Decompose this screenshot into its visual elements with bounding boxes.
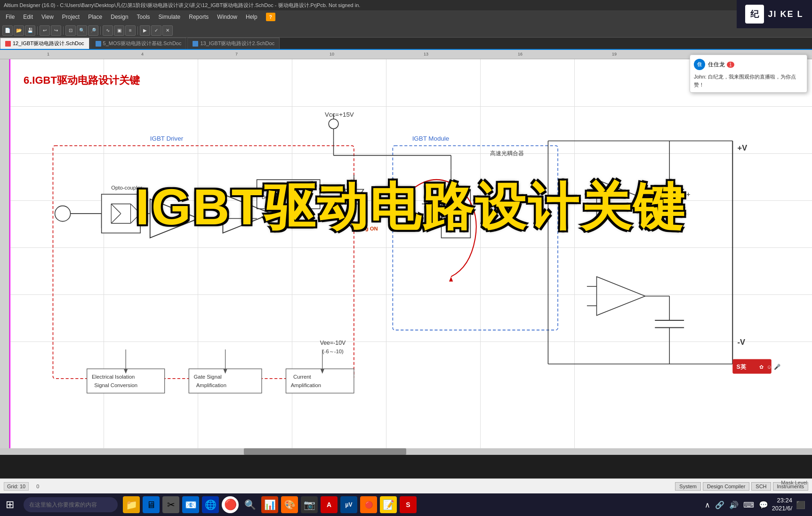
toolbar-btn-wire[interactable]: ∿ [103,25,113,36]
tray-show-desktop[interactable]: ⬛ [795,500,806,510]
taskbar-email[interactable]: 📧 [182,496,199,513]
ruler-mark-2: 4 [141,52,144,56]
toolbar-btn-zoom-fit[interactable]: ⊡ [65,25,76,36]
toolbar-sep3 [100,26,101,35]
vertical-line [9,59,10,455]
svg-text:Gate Signal: Gate Signal [194,374,222,380]
clock: 23:24 2021/6/ [772,497,792,513]
svg-text:Signal Conversion: Signal Conversion [94,382,137,388]
tray-volume[interactable]: 🔊 [728,500,740,510]
toolbar-btn-zoom-in[interactable]: 🔍 [77,25,87,36]
toolbar-btn-new[interactable]: 📄 [2,25,13,36]
status-system-btn[interactable]: System [675,482,701,491]
toolbar: 📄 📂 💾 ↩ ↪ ⊡ 🔍 🔎 ∿ ▣ ≡ ▶ ✓ ✕ [0,24,812,38]
taskbar-altium[interactable]: A [321,496,338,513]
svg-text:S英: S英 [737,364,747,370]
tab-label-1: 5_MOS驱动电路设计基础.SchDoc [103,40,182,47]
menu-simulate[interactable]: Simulate [155,13,185,21]
taskbar-notepad[interactable]: 📝 [380,496,397,513]
toolbar-sep2 [63,26,64,35]
tab-label-0: 12_IGBT驱动电路设计.SchDoc [13,40,84,47]
svg-text:Vee=-10V: Vee=-10V [320,340,346,346]
tab-icon-1 [96,41,101,47]
clock-date: 2021/6/ [772,505,792,513]
scrollbar-thumb[interactable] [244,448,406,455]
tab-bar: 12_IGBT驱动电路设计.SchDoc 5_MOS驱动电路设计基础.SchDo… [0,38,812,50]
taskbar-file-explorer[interactable]: 📁 [123,496,140,513]
taskbar-orange-app[interactable]: 🔴 [360,496,377,513]
toolbar-btn-save[interactable]: 💾 [25,25,35,36]
menu-project[interactable]: Project [58,13,83,21]
taskbar-red-app[interactable]: S [400,496,417,513]
taskbar-search[interactable] [24,497,118,512]
tray-keyboard[interactable]: ⌨ [742,500,755,510]
horizontal-scrollbar[interactable] [0,448,812,455]
taskbar-scissors[interactable]: ✂ [162,496,179,513]
taskbar-monitor[interactable]: 🖥 [143,496,160,513]
tray-up-arrow[interactable]: ∧ [704,500,711,510]
taskbar-chrome[interactable]: 🔴 [222,496,239,513]
taskbar-office[interactable]: 📊 [261,496,278,513]
clock-time: 23:24 [772,497,792,505]
menu-file[interactable]: File [2,13,18,21]
toolbar-btn-compile[interactable]: ▶ [140,25,150,36]
start-button[interactable]: ⊞ [1,496,18,513]
schematic-canvas[interactable]: 1 4 7 10 13 16 19 [0,50,812,455]
toolbar-sep4 [137,26,138,35]
toolbar-sep1 [37,26,38,35]
menu-reports[interactable]: Reports [185,13,212,21]
svg-marker-58 [597,277,645,316]
menu-view[interactable]: View [38,13,57,21]
ruler-mark-4: 10 [330,52,334,56]
svg-text:🎤: 🎤 [774,364,781,370]
menu-place[interactable]: Place [84,13,106,21]
status-design-compiler-btn[interactable]: Design Compiler [703,482,749,491]
toolbar-btn-undo[interactable]: ↩ [40,25,50,36]
overlay-text: IGBT驱动电路设计关键 [9,182,812,232]
toolbar-btn-component[interactable]: ▣ [114,25,124,36]
notification-avatar: 住 [694,59,705,70]
toolbar-btn-open[interactable]: 📂 [14,25,24,36]
svg-marker-66 [449,277,453,281]
taskbar-keil[interactable]: µV [340,496,357,513]
tab-igbt12[interactable]: 12_IGBT驱动电路设计.SchDoc [0,38,89,49]
status-right: Mask Level System Design Compiler SCH In… [675,482,808,491]
status-sch-btn[interactable]: SCH [751,482,771,491]
ruler-mark-7: 19 [612,52,617,56]
menu-window[interactable]: Window [213,13,241,21]
logo-text: JI KE L [768,9,803,19]
toolbar-btn-net[interactable]: ≡ [125,25,136,36]
menu-edit[interactable]: Edit [19,13,37,21]
notification-box[interactable]: 住 住住龙 1 John: 白纪龙，我来围观你的直播啦，为你点赞！ [690,55,807,93]
toolbar-btn-check[interactable]: ✓ [151,25,161,36]
tab-mos5[interactable]: 5_MOS驱动电路设计基础.SchDoc [90,38,187,49]
tab-icon-2 [193,41,198,47]
menu-help[interactable]: Help [242,13,261,21]
menu-tools[interactable]: Tools [133,13,154,21]
tray-notification[interactable]: 💬 [758,500,769,510]
ruler-mark-3: 7 [235,52,238,56]
status-coordinates: 0 [36,484,39,489]
svg-text:IGBT Driver: IGBT Driver [150,135,184,142]
svg-text:-V: -V [738,338,746,346]
tab-icon-active [5,41,11,47]
circuit-diagram: Vcc=+15V IGBT Driver IGBT Module 高速光耦合器 [14,87,791,398]
taskbar-camera[interactable]: 📷 [301,496,318,513]
tab-igbt13[interactable]: 13_IGBT驱动电路设计2.SchDoc [187,38,280,49]
svg-text:(-6～-10): (-6～-10) [322,349,344,354]
svg-text:✿: ✿ [759,364,764,370]
toolbar-btn-zoom-out[interactable]: 🔎 [88,25,98,36]
taskbar-paint[interactable]: 🎨 [281,496,298,513]
toolbar-btn-cross[interactable]: ✕ [162,25,173,36]
ruler-left [0,59,9,455]
svg-text:Electrical Isolation: Electrical Isolation [92,374,135,380]
taskbar-search-icon[interactable]: 🔍 [241,496,258,513]
tray-network[interactable]: 🔗 [714,500,725,510]
toolbar-btn-redo[interactable]: ↪ [51,25,61,36]
menu-bar: File Edit View Project Place Design Tool… [0,10,812,24]
menu-design[interactable]: Design [107,13,132,21]
svg-text:+V: +V [738,143,748,152]
help-icon: ? [266,13,275,21]
taskbar-browser-ie[interactable]: 🌐 [202,496,219,513]
schematic-title: 6.IGBT驱动电路设计关键 [24,73,140,87]
